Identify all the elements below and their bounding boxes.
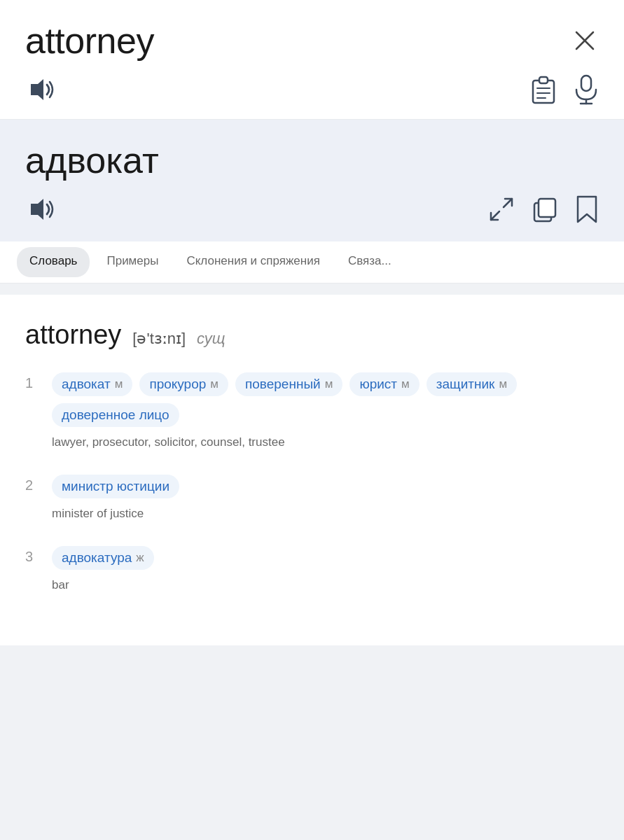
tag-poverenny-gender: м (325, 377, 333, 391)
tag-poverenny[interactable]: поверенный м (235, 372, 342, 396)
meaning-row-1: 1 адвокат м прокурор м поверенный м юрис… (25, 372, 599, 427)
meaning-row-2: 2 министр юстиции (25, 475, 599, 498)
tag-doverennoe-lico-word: доверенное лицо (62, 407, 169, 423)
meaning-number-3: 3 (25, 546, 39, 565)
svg-rect-15 (539, 199, 555, 217)
speaker-left (25, 74, 56, 105)
dict-transcription: [ə'tɜːnɪ] (132, 330, 186, 348)
meanings-tags-3: адвокатура ж (52, 546, 154, 570)
tag-ministr-yustitsii-word: министр юстиции (62, 479, 169, 494)
translation-speaker-button[interactable] (25, 194, 56, 225)
tag-poverenny-word: поверенный (245, 377, 321, 392)
clipboard-icon (530, 75, 557, 104)
meaning-row-3: 3 адвокатура ж (25, 546, 599, 570)
tag-advokat-word: адвокат (62, 377, 111, 392)
clipboard-button[interactable] (530, 75, 557, 104)
svg-marker-2 (31, 79, 43, 100)
toolbar-right (530, 74, 599, 105)
tag-advokatura[interactable]: адвокатура ж (52, 546, 154, 570)
translation-speaker-icon (25, 194, 56, 225)
expand-button[interactable] (488, 196, 515, 223)
tag-advokatura-gender: ж (136, 551, 144, 565)
microphone-icon (574, 74, 599, 105)
dict-header: attorney [ə'tɜːnɪ] сущ (25, 320, 599, 350)
meanings-tags-1: адвокат м прокурор м поверенный м юрист … (52, 372, 599, 427)
meanings-tags-2: министр юстиции (52, 475, 179, 498)
svg-line-12 (491, 211, 499, 220)
tab-examples[interactable]: Примеры (92, 243, 172, 281)
tag-prokuror-word: прокурор (149, 377, 206, 392)
translation-right-icons (488, 195, 599, 224)
tag-doverennoe-lico[interactable]: доверенное лицо (52, 403, 179, 427)
meaning-synonyms-3: bar (52, 578, 599, 592)
meaning-number-2: 2 (25, 475, 39, 493)
copy-icon (532, 196, 558, 223)
search-row: attorney (25, 20, 599, 62)
tag-yurist-word: юрист (359, 377, 397, 392)
search-icons-row (25, 74, 599, 105)
speaker-button[interactable] (25, 74, 56, 105)
svg-rect-8 (581, 76, 591, 91)
search-word: attorney (25, 20, 154, 62)
svg-marker-11 (31, 199, 43, 220)
tabs-section: Словарь Примеры Склонения и спряжения Св… (0, 241, 624, 284)
dict-word: attorney (25, 320, 121, 350)
tag-ministr-yustitsii[interactable]: министр юстиции (52, 475, 179, 498)
tag-advokatura-word: адвокатура (62, 550, 132, 566)
speaker-icon (25, 74, 56, 105)
svg-line-13 (504, 199, 512, 207)
search-section: attorney (0, 0, 624, 120)
close-button[interactable] (571, 27, 599, 55)
close-icon (574, 29, 596, 52)
meaning-entry-1: 1 адвокат м прокурор м поверенный м юрис… (25, 372, 599, 449)
tab-conjugation[interactable]: Склонения и спряжения (172, 243, 333, 281)
tag-advokat-gender: м (115, 377, 123, 391)
tag-advokat[interactable]: адвокат м (52, 372, 132, 396)
tag-prokuror[interactable]: прокурор м (139, 372, 228, 396)
tag-yurist-gender: м (401, 377, 410, 391)
dict-section: attorney [ə'tɜːnɪ] сущ 1 адвокат м проку… (0, 295, 624, 645)
tag-zashitnik[interactable]: защитник м (427, 372, 517, 396)
microphone-button[interactable] (574, 74, 599, 105)
meaning-number-1: 1 (25, 372, 39, 391)
tab-dictionary[interactable]: Словарь (17, 247, 90, 277)
tag-yurist[interactable]: юрист м (349, 372, 419, 396)
translation-icons-row (25, 194, 599, 225)
tag-zashitnik-gender: м (499, 377, 507, 391)
meaning-synonyms-2: minister of justice (52, 507, 599, 521)
svg-rect-4 (539, 77, 548, 83)
bookmark-icon (575, 195, 599, 224)
meaning-synonyms-1: lawyer, prosecutor, solicitor, counsel, … (52, 435, 599, 449)
bookmark-button[interactable] (575, 195, 599, 224)
tag-zashitnik-word: защитник (436, 377, 495, 392)
copy-button[interactable] (532, 196, 558, 223)
translation-word: адвокат (25, 139, 599, 181)
expand-icon (488, 196, 515, 223)
tab-related[interactable]: Связа... (334, 243, 405, 281)
tag-prokuror-gender: м (210, 377, 219, 391)
dict-pos: сущ (197, 330, 225, 348)
meaning-entry-3: 3 адвокатура ж bar (25, 546, 599, 592)
meaning-entry-2: 2 министр юстиции minister of justice (25, 475, 599, 521)
translation-section: адвокат (0, 120, 624, 241)
